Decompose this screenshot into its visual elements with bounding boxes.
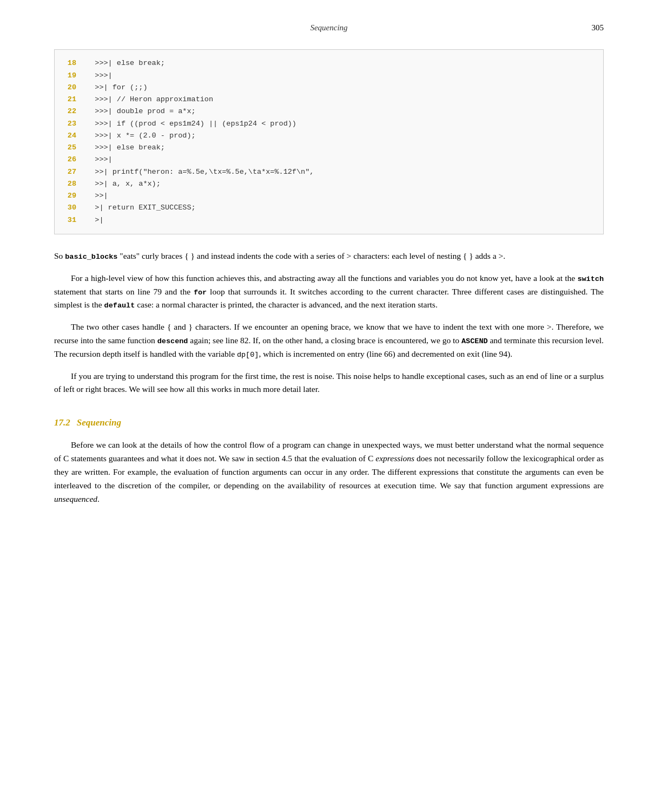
code-line: 26 >>>| <box>55 154 603 166</box>
code-line: 29 >>| <box>55 190 603 202</box>
line-number: 31 <box>60 214 76 226</box>
bold-code-span: for <box>194 289 207 297</box>
paragraph: Before we can look at the details of how… <box>54 438 604 506</box>
code-line: 20 >>| for (;;) <box>55 82 603 94</box>
text-span: again; see line 82. If, on the other han… <box>188 336 461 345</box>
line-number: 29 <box>60 190 76 202</box>
line-number: 22 <box>60 106 76 117</box>
text-span: "eats" curly braces { } and instead inde… <box>117 251 505 260</box>
line-content: >>>| double prod = a*x; <box>82 106 196 117</box>
code-line: 28 >>| a, x, a*x); <box>55 178 603 190</box>
paragraph: The two other cases handle { and } chara… <box>54 320 604 361</box>
italic-span: unsequenced <box>54 494 97 503</box>
line-number: 18 <box>60 57 76 69</box>
code-line: 24 >>>| x *= (2.0 - prod); <box>55 130 603 142</box>
line-number: 19 <box>60 70 76 82</box>
code-line: 18 >>>| else break; <box>55 57 603 69</box>
code-line: 22 >>>| double prod = a*x; <box>55 106 603 117</box>
bold-code-span: default <box>104 302 135 310</box>
line-number: 28 <box>60 178 76 190</box>
line-content: >>| for (;;) <box>82 82 148 94</box>
paragraph: For a high-level view of how this functi… <box>54 272 604 312</box>
code-line: 30 >| return EXIT_SUCCESS; <box>55 202 603 214</box>
section-number: 17.2 <box>54 416 70 430</box>
line-content: >>>| <box>82 154 113 166</box>
line-number: 24 <box>60 130 76 142</box>
line-content: >>>| else break; <box>82 142 165 154</box>
line-number: 23 <box>60 118 76 130</box>
bold-code-span: basic_blocks <box>65 253 117 261</box>
code-line: 19 >>>| <box>55 70 603 82</box>
line-content: >>| <box>82 190 108 202</box>
code-line: 25 >>>| else break; <box>55 142 603 154</box>
line-content: >>| printf("heron: a=%.5e,\tx=%.5e,\ta*x… <box>82 166 314 178</box>
page: Sequencing 305 18 >>>| else break;19 >>>… <box>0 0 647 812</box>
italic-span: expressions <box>375 454 414 463</box>
line-number: 26 <box>60 154 76 166</box>
text-span: For a high-level view of how this functi… <box>71 273 577 283</box>
text-span: So <box>54 251 65 260</box>
line-number: 20 <box>60 82 76 94</box>
line-number: 27 <box>60 166 76 178</box>
line-content: >>| a, x, a*x); <box>82 178 161 190</box>
line-content: >>>| if ((prod < eps1m24) || (eps1p24 < … <box>82 118 296 130</box>
paragraph: If you are trying to understand this pro… <box>54 370 604 397</box>
bold-code-span: ASCEND <box>461 337 488 345</box>
bold-code-span: switch <box>577 275 604 283</box>
line-content: >>>| x *= (2.0 - prod); <box>82 130 196 142</box>
section-text-container: Before we can look at the details of how… <box>54 438 604 506</box>
line-content: >>>| <box>82 70 113 82</box>
text-span: , which is incremented on entry (line 66… <box>259 349 512 358</box>
line-content: >| return EXIT_SUCCESS; <box>82 202 196 214</box>
text-span: case: a normal character is printed, the… <box>135 300 437 309</box>
line-number: 25 <box>60 142 76 154</box>
code-line: 23 >>>| if ((prod < eps1m24) || (eps1p24… <box>55 118 603 130</box>
line-content: >>>| // Heron approximation <box>82 94 213 106</box>
chapter-title: Sequencing <box>54 22 604 34</box>
page-header: Sequencing 305 <box>54 22 604 34</box>
section-heading: 17.2 Sequencing <box>54 416 604 430</box>
code-block: 18 >>>| else break;19 >>>|20 >>| for (;;… <box>54 49 604 234</box>
line-number: 30 <box>60 202 76 214</box>
code-line: 21 >>>| // Heron approximation <box>55 94 603 106</box>
code-inline-span: dp[0] <box>237 351 259 359</box>
text-span: . <box>97 494 100 503</box>
text-span: statement that starts on line 79 and the <box>54 287 194 296</box>
section-title: Sequencing <box>77 416 121 430</box>
body-text-container: So basic_blocks "eats" curly braces { } … <box>54 250 604 396</box>
paragraph: So basic_blocks "eats" curly braces { } … <box>54 250 604 263</box>
code-line: 27 >>| printf("heron: a=%.5e,\tx=%.5e,\t… <box>55 166 603 178</box>
line-number: 21 <box>60 94 76 106</box>
page-number: 305 <box>592 22 604 34</box>
text-span: If you are trying to understand this pro… <box>54 371 604 394</box>
line-content: >>>| else break; <box>82 57 165 69</box>
code-line: 31 >| <box>55 214 603 226</box>
line-content: >| <box>82 214 104 226</box>
bold-code-span: descend <box>157 337 188 345</box>
